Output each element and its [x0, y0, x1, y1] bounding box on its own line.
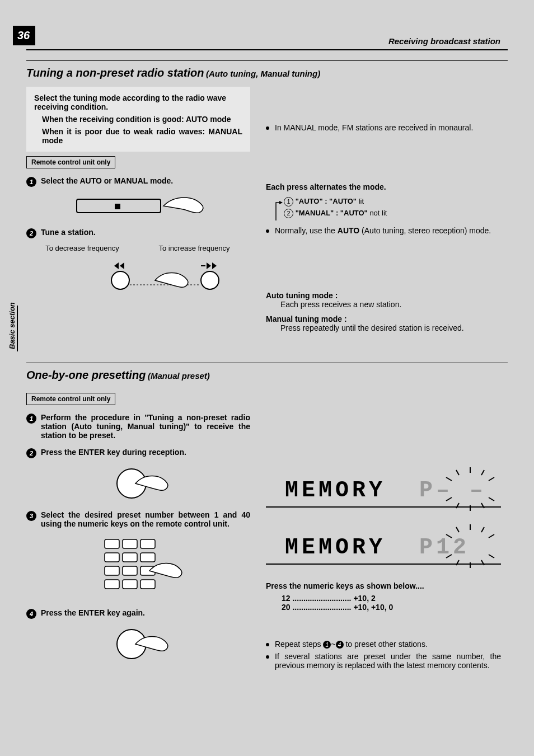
section2-rule — [26, 363, 508, 363]
replace-note: If several stations are preset under the… — [275, 652, 501, 670]
tune-increase-label: To increase frequency — [138, 244, 250, 252]
svg-line-36 — [456, 527, 459, 532]
repeat-suffix: to preset other stations. — [344, 640, 428, 649]
step-num-s2-3: 3 — [26, 511, 36, 521]
monaural-note: In MANUAL mode, FM stations are received… — [275, 123, 501, 132]
step-s2-2: 2 Press the ENTER key during reception. — [26, 448, 250, 458]
svg-rect-15 — [105, 553, 119, 562]
step-1: 1 Select the AUTO or MANUAL mode. — [26, 176, 250, 187]
svg-rect-19 — [123, 566, 137, 575]
intro-box: Select the tuning mode according to the … — [26, 87, 250, 152]
svg-line-40 — [446, 555, 452, 558]
svg-marker-3 — [120, 262, 124, 269]
section-rule — [26, 60, 508, 61]
svg-marker-10 — [279, 201, 283, 204]
svg-rect-21 — [105, 580, 119, 589]
svg-line-29 — [489, 477, 494, 481]
remote-only-label-1: Remote control unit only — [26, 156, 115, 168]
svg-marker-5 — [207, 262, 211, 269]
mode-connector-icon — [274, 200, 284, 220]
numeric-keys-illustration — [26, 534, 250, 603]
remote-button-illustration-1 — [26, 192, 250, 222]
svg-line-39 — [489, 534, 494, 538]
repeat-mid: ~ — [331, 640, 335, 649]
mode1-label: "AUTO" : "AUTO" — [296, 197, 357, 205]
header-right: Receiving broadcast station — [388, 36, 500, 46]
step-1-text: Select the AUTO or MANUAL mode. — [41, 176, 250, 185]
svg-rect-22 — [123, 580, 137, 589]
bullet-icon — [266, 643, 269, 646]
blink-burst-icon — [439, 524, 501, 569]
svg-line-33 — [481, 503, 484, 508]
tune-decrease-label: To decrease frequency — [26, 244, 138, 252]
step-s2-1-text: Perform the procedure in "Tuning a non-p… — [41, 413, 250, 440]
step-s2-4: 4 Press the ENTER key again. — [26, 608, 250, 619]
dots-1: ........................... — [292, 594, 353, 603]
step-s2-3: 3 Select the desired preset number betwe… — [26, 510, 250, 528]
mode1-state: lit — [359, 197, 364, 205]
inline-step-1-icon: 1 — [323, 641, 331, 649]
display2-text: MEMORY — [285, 535, 386, 560]
svg-rect-12 — [105, 539, 119, 548]
svg-marker-2 — [114, 262, 119, 269]
tune-buttons-illustration — [26, 258, 250, 299]
side-tab-label: Basic section — [8, 302, 16, 349]
step-num-s2-1: 1 — [26, 414, 36, 424]
svg-rect-18 — [105, 566, 119, 575]
numeric-heading: Press the numeric keys as shown below...… — [266, 581, 501, 590]
bullet-icon — [266, 126, 269, 130]
section1-title: Tuning a non-preset radio station — [26, 67, 204, 79]
section1-subtitle: (Auto tuning, Manual tuning) — [206, 69, 320, 78]
svg-line-31 — [489, 497, 494, 501]
circled-1-icon: 1 — [284, 197, 293, 206]
step-num-1: 1 — [26, 177, 36, 187]
intro-poor: When it is poor due to weak radio waves:… — [42, 127, 242, 145]
svg-line-42 — [456, 560, 459, 565]
svg-rect-23 — [140, 580, 155, 589]
svg-marker-6 — [212, 262, 217, 269]
auto-heading: Auto tuning mode : — [266, 291, 501, 300]
manual-heading: Manual tuning mode : — [266, 314, 501, 323]
step-num-s2-2: 2 — [26, 448, 36, 458]
dots-2: ........................... — [292, 603, 353, 612]
enter-button-illustration-2 — [26, 624, 250, 665]
svg-rect-13 — [123, 539, 137, 548]
display1-text: MEMORY — [285, 478, 386, 503]
normally-prefix: Normally, use the — [275, 226, 338, 235]
step-2: 2 Tune a station. — [26, 228, 250, 238]
repeat-note: Repeat steps 1~4 to preset other station… — [275, 640, 501, 649]
bullet-icon — [266, 229, 269, 233]
svg-line-43 — [481, 560, 484, 565]
svg-rect-16 — [123, 553, 137, 562]
normally-note: Normally, use the AUTO (Auto tuning, ste… — [275, 226, 501, 235]
page-number: 36 — [13, 26, 35, 45]
svg-rect-1 — [115, 204, 120, 209]
svg-line-32 — [456, 503, 459, 508]
svg-line-38 — [446, 534, 452, 538]
svg-line-37 — [481, 527, 484, 532]
step-s2-3-text: Select the desired preset number between… — [41, 510, 250, 528]
display-memory-1: MEMORY P– – — [266, 467, 501, 508]
svg-line-28 — [446, 477, 452, 481]
mode2-label: "MANUAL" : "AUTO" — [296, 209, 368, 217]
numeric-right-1: +10, 2 — [353, 594, 375, 603]
svg-rect-17 — [140, 553, 155, 562]
section2-subtitle: (Manual preset) — [148, 371, 210, 381]
svg-line-30 — [446, 497, 452, 501]
numeric-left-1: 12 — [282, 594, 291, 603]
step-2-text: Tune a station. — [41, 228, 250, 237]
intro-lead: Select the tuning mode according to the … — [34, 93, 242, 111]
step-num-2: 2 — [26, 228, 36, 238]
side-tab-bar — [17, 306, 18, 351]
enter-button-illustration-1 — [26, 464, 250, 505]
svg-point-8 — [201, 271, 219, 289]
inline-step-4-icon: 4 — [336, 641, 344, 649]
auto-body: Each press receives a new station. — [280, 300, 501, 309]
manual-body: Press repeatedly until the desired stati… — [280, 323, 501, 332]
svg-line-26 — [456, 470, 459, 475]
bullet-icon — [266, 655, 269, 659]
repeat-prefix: Repeat steps — [275, 640, 323, 649]
section2-title: One-by-one presetting — [26, 369, 146, 381]
step-num-s2-4: 4 — [26, 609, 36, 619]
remote-only-label-2: Remote control unit only — [26, 393, 115, 405]
